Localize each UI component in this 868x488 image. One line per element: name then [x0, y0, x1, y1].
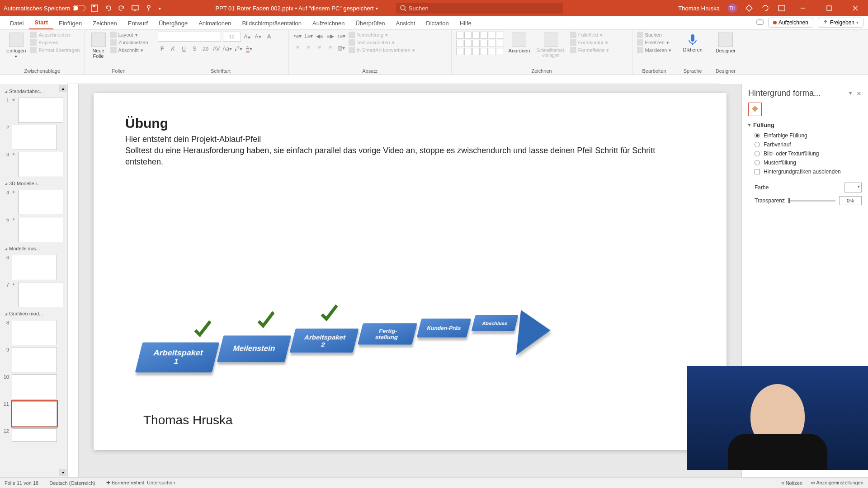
undo-icon[interactable] — [104, 5, 112, 12]
select-button[interactable]: Markieren ▾ — [637, 47, 672, 53]
slide-counter[interactable]: Folie 11 von 18 — [5, 480, 38, 486]
thumb-7[interactable]: 7★ — [3, 282, 65, 307]
tab-ueberpruefen[interactable]: Überprüfen — [350, 17, 391, 29]
slide-text-2[interactable]: Solltest du eine Herausforderung haben, … — [125, 145, 695, 168]
horizontal-ruler[interactable] — [68, 75, 719, 84]
columns-button[interactable]: ▥▾ — [337, 43, 346, 52]
touch-icon[interactable] — [145, 5, 152, 12]
tab-zeichnen[interactable]: Zeichnen — [87, 17, 122, 29]
thumb-10[interactable]: 10 — [3, 374, 65, 399]
section-button[interactable]: Abschnitt ▾ — [110, 47, 148, 53]
reset-button[interactable]: Zurücksetzen — [110, 39, 148, 46]
user-name[interactable]: Thomas Hruska — [678, 5, 720, 12]
color-picker-button[interactable] — [844, 183, 862, 192]
tab-bildschirm[interactable]: Bildschirmpräsentation — [236, 17, 307, 29]
indent-inc-button[interactable]: ≡▶ — [326, 32, 335, 41]
thumb-9[interactable]: 9 — [3, 347, 65, 372]
tab-ansicht[interactable]: Ansicht — [391, 17, 421, 29]
strike-button[interactable]: S — [190, 44, 199, 53]
shape-outline-button[interactable]: Formkontur ▾ — [570, 39, 609, 46]
section-header[interactable]: Modelle aus... — [2, 244, 66, 253]
user-avatar[interactable]: TH — [728, 4, 737, 13]
gradient-fill-radio[interactable]: Farbverlauf — [748, 140, 862, 149]
case-button[interactable]: Aa▾ — [223, 44, 232, 53]
bullets-button[interactable]: •≡▾ — [293, 32, 302, 41]
qat-more-icon[interactable]: ▾ — [159, 6, 161, 11]
designer-button[interactable]: Designer — [714, 32, 737, 54]
title-dropdown-icon[interactable]: ▾ — [376, 6, 378, 11]
thumb-4[interactable]: 4★ — [3, 190, 65, 215]
bold-button[interactable]: F — [158, 44, 167, 53]
tab-dictation[interactable]: Dictation — [420, 17, 454, 29]
transparency-slider[interactable] — [788, 200, 835, 202]
tab-aufzeichnen[interactable]: Aufzeichnen — [307, 17, 350, 29]
language-status[interactable]: Deutsch (Österreich) — [49, 480, 95, 486]
transparency-value[interactable]: 0% — [839, 196, 862, 205]
shrink-font-button[interactable]: A▾ — [254, 32, 263, 41]
section-header[interactable]: 3D Modelle i... — [2, 179, 66, 188]
replace-button[interactable]: Ersetzen ▾ — [637, 39, 672, 46]
font-name-combo[interactable] — [158, 32, 221, 42]
vertical-ruler[interactable] — [68, 84, 79, 477]
copy-button[interactable]: Kopieren — [30, 39, 80, 46]
shadow-button[interactable]: ab — [201, 44, 210, 53]
quick-styles-button[interactable]: Schnellformat- vorlagen — [534, 32, 567, 59]
arrow-head[interactable] — [516, 310, 553, 355]
toggle-switch[interactable] — [73, 5, 85, 11]
tab-animationen[interactable]: Animationen — [193, 17, 236, 29]
align-left-button[interactable]: ≡ — [293, 43, 302, 52]
slide-text-1[interactable]: Hier entsteht dein Projekt-Ablauf-Pfeil — [125, 134, 695, 145]
tab-entwurf[interactable]: Entwurf — [123, 17, 153, 29]
fill-tab-icon[interactable] — [748, 103, 762, 116]
underline-button[interactable]: U — [179, 44, 189, 53]
format-painter-button[interactable]: Format übertragen — [30, 47, 80, 53]
thumb-6[interactable]: 6 — [3, 255, 65, 280]
fill-section-header[interactable]: Füllung — [748, 122, 862, 128]
tab-datei[interactable]: Datei — [5, 17, 29, 29]
tab-start[interactable]: Start — [29, 16, 53, 29]
numbering-button[interactable]: 1≡▾ — [304, 32, 313, 41]
share-button[interactable]: Freigeben▾ — [818, 18, 863, 28]
thumb-2[interactable]: 2 — [3, 125, 65, 150]
align-right-button[interactable]: ≡ — [315, 43, 324, 52]
highlight-button[interactable]: 🖍▾ — [234, 44, 243, 53]
autosave-toggle[interactable]: Automatisches Speichern — [4, 5, 85, 12]
section-header[interactable]: Grafiken mod... — [2, 309, 66, 318]
segment-6[interactable]: Abschluss — [471, 315, 518, 331]
minimize-button[interactable] — [794, 3, 812, 14]
font-size-combo[interactable]: 12 — [223, 32, 241, 42]
clear-format-button[interactable]: A̶ — [264, 32, 274, 41]
thumb-5[interactable]: 5★ — [3, 217, 65, 242]
find-button[interactable]: Suchen — [637, 32, 672, 38]
slide-canvas[interactable]: Übung Hier entsteht dein Projekt-Ablauf-… — [94, 93, 726, 450]
author-name[interactable]: Thomas Hruska — [143, 413, 233, 427]
paste-button[interactable]: Einfügen ▾ — [5, 32, 28, 60]
shape-effects-button[interactable]: Formeffekte ▾ — [570, 47, 609, 53]
window-icon[interactable] — [778, 4, 786, 12]
scroll-down-button[interactable]: ▾ — [59, 469, 66, 476]
tab-einfuegen[interactable]: Einfügen — [53, 17, 87, 29]
dictate-button[interactable]: Diktieren — [681, 32, 704, 53]
segment-4[interactable]: Fertig- stellung — [358, 323, 417, 345]
line-spacing-button[interactable]: ↕≡▾ — [337, 32, 346, 41]
display-settings-button[interactable]: ▭ Anzeigeeinstellungen — [811, 480, 863, 486]
align-center-button[interactable]: ≡ — [304, 43, 313, 52]
pattern-fill-radio[interactable]: Musterfüllung — [748, 158, 862, 167]
record-button[interactable]: Aufzeichnen — [768, 18, 813, 28]
segment-3[interactable]: Arbeitspaket 2 — [289, 328, 359, 352]
thumb-12[interactable]: 12 — [3, 428, 65, 442]
segment-5[interactable]: Kunden-Präs — [417, 319, 471, 338]
refresh-icon[interactable] — [761, 4, 769, 12]
layout-button[interactable]: Layout ▾ — [110, 32, 148, 38]
close-button[interactable] — [846, 3, 864, 14]
scroll-up-button[interactable]: ▴ — [59, 85, 66, 92]
shapes-gallery[interactable] — [456, 32, 504, 55]
pane-options-icon[interactable]: ▾ — [849, 90, 852, 97]
maximize-button[interactable] — [820, 3, 838, 14]
search-input[interactable] — [396, 3, 563, 14]
tab-hilfe[interactable]: Hilfe — [454, 17, 477, 29]
grow-font-button[interactable]: A▴ — [243, 32, 252, 41]
present-icon[interactable] — [132, 5, 139, 12]
shape-fill-button[interactable]: Fülleffekt ▾ — [570, 32, 609, 38]
cut-button[interactable]: Ausschneiden — [30, 32, 80, 38]
